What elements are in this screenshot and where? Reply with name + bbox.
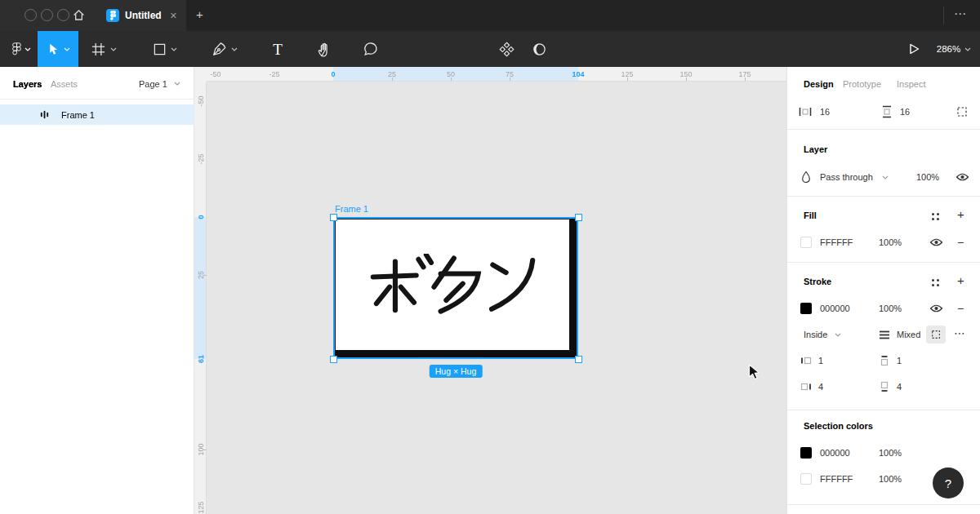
stroke-bottom-icon [879, 381, 890, 392]
text-tool-icon: T [273, 42, 283, 57]
visibility-eye-icon[interactable] [929, 304, 943, 313]
layer-row-frame-1[interactable]: Frame 1 [0, 104, 194, 125]
padding-horizontal-icon [799, 105, 812, 118]
selection-color-hex[interactable]: 000000 [820, 448, 850, 458]
rectangle-tool-icon [153, 42, 167, 56]
frame-text-glyphs [369, 254, 537, 316]
ruler-tick-label: -25 [269, 70, 279, 78]
window-control-minimize[interactable] [41, 9, 53, 21]
zoom-level: 286% [937, 44, 960, 54]
independent-strokes-button[interactable] [926, 326, 946, 343]
chevron-down-icon [24, 47, 31, 51]
stroke-top-value[interactable]: 1 [897, 356, 902, 366]
window-control-close[interactable] [24, 9, 37, 21]
tab-inspect[interactable]: Inspect [897, 79, 925, 89]
blend-mode-icon[interactable] [800, 171, 812, 183]
hand-tool-button[interactable] [307, 31, 340, 67]
mask-button[interactable] [524, 31, 554, 67]
chevron-down-icon[interactable] [835, 333, 841, 337]
selection-handle-top-right[interactable] [575, 214, 582, 221]
frame-fill-area: ボタン [336, 219, 569, 350]
tab-title: Untitled [125, 10, 162, 21]
selection-color-opacity[interactable]: 100% [879, 448, 902, 458]
help-button[interactable]: ? [933, 467, 964, 498]
pen-tool-button[interactable] [203, 31, 245, 67]
section-divider [787, 262, 980, 263]
fill-hex-value[interactable]: FFFFFF [820, 237, 853, 247]
selection-handle-bottom-right[interactable] [575, 356, 582, 363]
selection-color-swatch[interactable] [800, 447, 812, 459]
blend-mode-select[interactable]: Pass through [820, 172, 873, 182]
stroke-color-swatch[interactable] [800, 303, 812, 314]
stroke-left-value[interactable]: 1 [818, 356, 823, 366]
stroke-weight-icon [879, 330, 890, 340]
present-button[interactable] [902, 31, 926, 67]
stroke-right-value[interactable]: 4 [818, 382, 823, 392]
frame-tool-button[interactable] [85, 31, 122, 67]
chevron-down-icon [231, 47, 238, 51]
padding-individual-icon[interactable] [956, 105, 969, 118]
new-tab-button[interactable]: + [196, 7, 203, 21]
chevron-down-icon [110, 47, 117, 51]
layers-panel: Layers [0, 67, 194, 514]
help-label: ? [945, 476, 951, 490]
stroke-opacity-value[interactable]: 100% [879, 304, 902, 313]
selection-color-hex[interactable]: FFFFFF [820, 474, 853, 484]
chevron-down-icon [964, 47, 971, 51]
add-stroke-button[interactable]: + [957, 273, 964, 287]
canvas-frame[interactable]: ボタン [333, 217, 578, 359]
file-tab[interactable]: Untitled ✕ [106, 0, 177, 31]
tab-prototype[interactable]: Prototype [843, 79, 881, 89]
stroke-align-select[interactable]: Inside [804, 330, 827, 339]
tab-design[interactable]: Design [804, 79, 834, 89]
stroke-more-options-button[interactable]: ⋯ [954, 326, 966, 339]
chevron-down-icon[interactable] [882, 175, 889, 179]
remove-stroke-button[interactable]: − [957, 302, 964, 315]
selection-color-swatch[interactable] [800, 473, 812, 485]
move-tool-button[interactable] [38, 31, 78, 67]
selection-handle-top-left[interactable] [330, 214, 337, 221]
stroke-section-title: Stroke [804, 277, 831, 286]
ruler-tick-label: -25 [197, 153, 205, 164]
figma-app: { "titlebar": { "tab_title": "Untitled",… [0, 0, 980, 514]
home-icon[interactable] [72, 8, 86, 22]
mask-icon [532, 42, 547, 57]
selection-color-opacity[interactable]: 100% [879, 474, 902, 484]
remove-fill-button[interactable]: − [957, 236, 964, 249]
design-panel [786, 67, 980, 514]
stroke-bottom-value[interactable]: 4 [897, 382, 902, 392]
fill-color-swatch[interactable] [800, 237, 812, 248]
styles-icon[interactable] [931, 278, 940, 287]
visibility-eye-icon[interactable] [929, 237, 943, 247]
selection-handle-bottom-left[interactable] [330, 356, 337, 363]
stroke-weight-value[interactable]: Mixed [897, 330, 920, 339]
padding-horizontal-value[interactable]: 16 [820, 107, 830, 117]
ruler-top-selection-highlight [333, 67, 578, 81]
padding-vertical-value[interactable]: 16 [900, 107, 910, 117]
fill-opacity-value[interactable]: 100% [879, 237, 902, 247]
ruler-tick-label: 104 [572, 70, 584, 78]
move-cursor-icon [47, 42, 60, 56]
page-selector[interactable]: Page 1 [139, 79, 167, 89]
create-component-button[interactable] [492, 31, 521, 67]
tab-assets[interactable]: Assets [51, 79, 78, 89]
zoom-menu[interactable]: 286% [933, 31, 975, 67]
window-control-maximize[interactable] [57, 9, 69, 21]
independent-strokes-icon [930, 329, 942, 340]
shape-tool-button[interactable] [147, 31, 183, 67]
styles-icon[interactable] [931, 212, 940, 221]
comment-tool-button[interactable] [354, 31, 387, 67]
chevron-down-icon[interactable] [174, 82, 180, 86]
tab-close-icon[interactable]: ✕ [170, 11, 177, 21]
stroke-hex-value[interactable]: 000000 [820, 304, 850, 313]
visibility-eye-icon[interactable] [956, 172, 969, 182]
layer-opacity-value[interactable]: 100% [916, 172, 939, 182]
main-menu-button[interactable] [7, 31, 36, 67]
titlebar-divider [943, 7, 944, 24]
add-fill-button[interactable]: + [957, 207, 964, 221]
ruler-tick [203, 275, 207, 276]
canvas-frame-label[interactable]: Frame 1 [335, 204, 368, 214]
titlebar-more-button[interactable]: ⋯ [954, 7, 967, 21]
tab-layers[interactable]: Layers [13, 79, 42, 89]
text-tool-button[interactable]: T [263, 31, 292, 67]
